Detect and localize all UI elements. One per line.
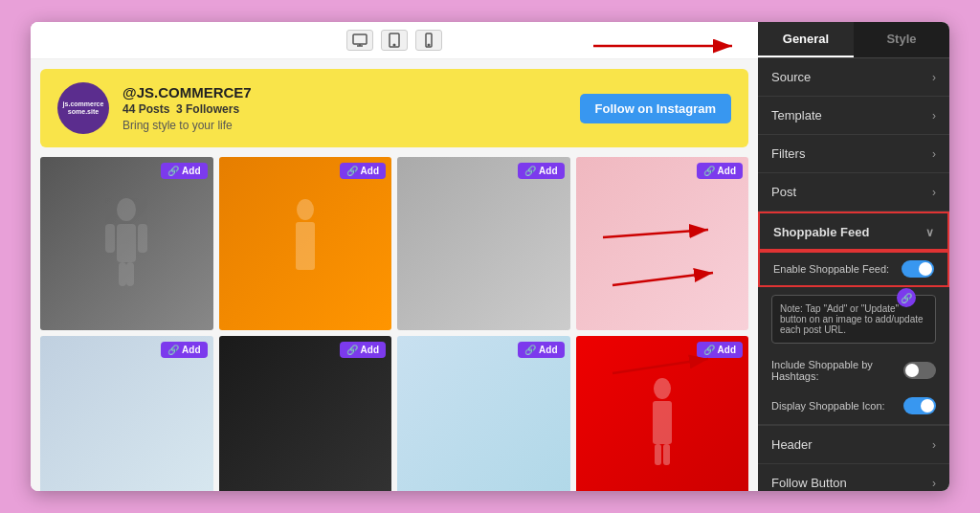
chevron-icon: › (932, 71, 936, 84)
sidebar-item-follow-button-label: Follow Button (771, 476, 847, 490)
tab-general[interactable]: General (758, 22, 854, 57)
svg-rect-14 (296, 222, 315, 270)
toolbar (31, 22, 758, 59)
photo-item[interactable]: 🔗Add (576, 336, 749, 492)
photo-figure-5 (40, 336, 213, 492)
shoppable-feed-label: Shoppable Feed (773, 225, 869, 239)
hashtags-toggle[interactable] (903, 362, 936, 379)
tab-style[interactable]: Style (854, 22, 949, 57)
svg-rect-17 (655, 444, 661, 465)
svg-point-13 (297, 199, 314, 220)
mobile-view-icon[interactable] (415, 30, 442, 51)
photo-figure-6 (219, 336, 392, 492)
shoppable-icon-toggle[interactable] (903, 397, 936, 414)
svg-point-6 (428, 44, 430, 46)
photo-item[interactable]: 🔗Add (397, 157, 570, 330)
feed-container: js.commercesome.site @JS.COMMERCE7 44 Po… (31, 59, 758, 491)
add-badge[interactable]: 🔗Add (340, 342, 386, 358)
profile-header: js.commercesome.site @JS.COMMERCE7 44 Po… (40, 69, 748, 147)
desktop-view-icon[interactable] (346, 30, 373, 51)
svg-rect-12 (126, 262, 134, 286)
svg-rect-11 (119, 262, 126, 286)
sidebar-item-header-label: Header (771, 437, 813, 452)
hashtags-toggle-row: Include Shoppable by Hashtags: (758, 351, 949, 390)
hashtags-label: Include Shoppable by Hashtags: (771, 359, 903, 382)
sidebar-item-post-label: Post (771, 185, 796, 199)
photo-figure-4 (576, 157, 749, 330)
add-badge[interactable]: 🔗Add (340, 163, 386, 179)
svg-point-4 (393, 44, 395, 46)
svg-rect-0 (353, 34, 367, 44)
sidebar-item-post[interactable]: Post › (758, 173, 949, 212)
shoppable-icon-toggle-row: Display Shoppable Icon: (758, 390, 949, 425)
add-badge[interactable]: 🔗Add (161, 163, 207, 179)
follow-instagram-button[interactable]: Follow on Instagram (580, 94, 731, 123)
chevron-down-icon: ∨ (925, 226, 934, 239)
add-badge[interactable]: 🔗Add (518, 342, 564, 358)
sidebar-item-header[interactable]: Header › (758, 426, 949, 464)
photo-figure-3 (397, 157, 570, 330)
enable-shoppable-label: Enable Shoppable Feed: (773, 263, 889, 275)
sidebar-item-shoppable-feed[interactable]: Shoppable Feed ∨ (758, 212, 949, 251)
shoppable-feed-section: Shoppable Feed ∨ Enable Shoppable Feed: … (758, 212, 949, 426)
profile-stats: 44 Posts 3 Followers (122, 102, 567, 116)
svg-rect-8 (117, 224, 136, 262)
enable-shoppable-toggle[interactable] (902, 260, 934, 278)
sidebar-item-source-label: Source (771, 70, 811, 84)
profile-bio: Bring style to your life (122, 119, 567, 132)
tablet-view-icon[interactable] (381, 30, 408, 51)
photo-figure-1 (40, 157, 213, 330)
profile-name: @JS.COMMERCE7 (122, 84, 567, 100)
sidebar-item-filters[interactable]: Filters › (758, 135, 949, 173)
sidebar-item-source[interactable]: Source › (758, 58, 949, 97)
svg-rect-16 (653, 401, 672, 444)
photo-item[interactable]: 🔗Add (40, 336, 213, 492)
add-badge[interactable]: 🔗Add (161, 342, 207, 358)
main-container: js.commercesome.site @JS.COMMERCE7 44 Po… (31, 22, 949, 491)
enable-shoppable-toggle-row: Enable Shoppable Feed: (758, 251, 949, 287)
shoppable-note-icon: 🔗 (897, 288, 916, 307)
svg-point-7 (117, 198, 136, 221)
sidebar-item-template[interactable]: Template › (758, 97, 949, 135)
svg-rect-10 (138, 224, 147, 253)
sidebar-item-template-label: Template (771, 108, 822, 123)
shoppable-icon-label: Display Shoppable Icon: (771, 400, 885, 412)
photo-item[interactable]: 🔗Add (40, 157, 213, 330)
svg-rect-18 (663, 444, 670, 465)
chevron-icon: › (932, 477, 936, 490)
photo-item[interactable]: 🔗Add (397, 336, 570, 492)
photo-figure-7 (397, 336, 570, 492)
left-panel: js.commercesome.site @JS.COMMERCE7 44 Po… (31, 22, 758, 491)
photo-item[interactable]: 🔗Add (219, 336, 392, 492)
photo-figure-8 (576, 336, 749, 492)
photo-item[interactable]: 🔗Add (219, 157, 392, 330)
add-badge[interactable]: 🔗Add (697, 342, 743, 358)
shoppable-note-box: 🔗 Note: Tap "Add" or "Update" button on … (771, 295, 936, 344)
svg-rect-9 (105, 224, 115, 253)
photo-figure-2 (219, 157, 392, 330)
chevron-icon: › (932, 109, 936, 123)
tabs: General Style (758, 22, 949, 58)
photo-grid: 🔗Add 🔗Add (40, 157, 748, 491)
sidebar-item-filters-label: Filters (771, 146, 805, 161)
chevron-icon: › (932, 147, 936, 161)
add-badge[interactable]: 🔗Add (518, 163, 564, 179)
photo-item[interactable]: 🔗Add (576, 157, 749, 330)
sidebar-item-follow-button[interactable]: Follow Button › (758, 464, 949, 491)
profile-info: @JS.COMMERCE7 44 Posts 3 Followers Bring… (122, 84, 567, 132)
chevron-icon: › (932, 438, 936, 452)
add-badge[interactable]: 🔗Add (697, 163, 743, 179)
svg-point-15 (654, 378, 671, 399)
shoppable-note-text: Note: Tap "Add" or "Update" button on an… (780, 303, 924, 335)
chevron-icon: › (932, 186, 936, 199)
avatar: js.commercesome.site (57, 82, 109, 134)
right-panel: General Style Source › Template › Filter… (758, 22, 949, 491)
